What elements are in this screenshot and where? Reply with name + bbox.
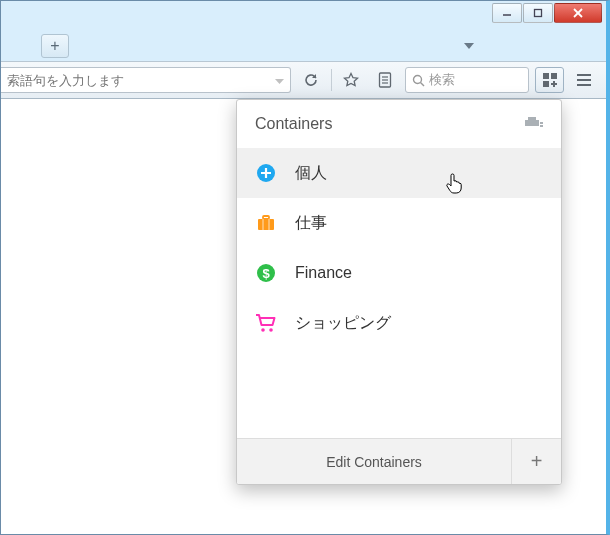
containers-panel-header: Containers	[237, 100, 561, 148]
reading-list-button[interactable]	[371, 67, 399, 93]
svg-rect-29	[263, 216, 269, 219]
svg-point-35	[269, 328, 273, 332]
svg-point-34	[261, 328, 265, 332]
container-item-personal[interactable]: 個人	[237, 148, 561, 198]
svg-point-11	[413, 75, 421, 83]
cart-icon	[255, 312, 277, 334]
containers-list: 個人 仕事 $ Finance ショッピング	[237, 148, 561, 348]
svg-text:$: $	[262, 266, 270, 281]
containers-panel: Containers 個人 仕事 $	[236, 99, 562, 485]
toolbar-separator	[331, 69, 332, 91]
reload-button[interactable]	[297, 67, 325, 93]
search-placeholder: 検索	[429, 71, 455, 89]
container-item-label: Finance	[295, 264, 352, 282]
svg-rect-28	[258, 219, 274, 230]
browser-window: + 検索	[0, 0, 610, 535]
edit-containers-button[interactable]: Edit Containers	[237, 439, 511, 484]
url-bar[interactable]	[1, 67, 291, 93]
tab-strip: +	[1, 27, 606, 61]
svg-marker-4	[464, 43, 474, 49]
containers-panel-title: Containers	[255, 115, 332, 133]
url-input[interactable]	[7, 73, 271, 88]
search-icon	[412, 74, 425, 87]
new-tab-button[interactable]: +	[41, 34, 69, 58]
svg-rect-1	[535, 10, 542, 17]
container-item-finance[interactable]: $ Finance	[237, 248, 561, 298]
tabs-dropdown-icon[interactable]	[460, 37, 478, 55]
svg-rect-22	[528, 117, 536, 120]
svg-rect-14	[551, 73, 557, 79]
plus-circle-icon	[255, 162, 277, 184]
svg-rect-13	[543, 73, 549, 79]
svg-marker-5	[275, 79, 284, 84]
container-item-label: 仕事	[295, 213, 327, 234]
bookmark-star-button[interactable]	[338, 67, 366, 93]
container-item-label: ショッピング	[295, 313, 391, 334]
container-item-shopping[interactable]: ショッピング	[237, 298, 561, 348]
dollar-circle-icon: $	[255, 262, 277, 284]
briefcase-icon	[255, 212, 277, 234]
window-titlebar	[1, 1, 606, 27]
containers-manage-icon[interactable]	[523, 115, 543, 133]
search-box[interactable]: 検索	[405, 67, 529, 93]
menu-button[interactable]	[570, 67, 598, 93]
window-close-button[interactable]	[554, 3, 602, 23]
container-item-label: 個人	[295, 163, 327, 184]
add-container-button[interactable]: +	[511, 439, 561, 484]
svg-line-12	[420, 82, 424, 86]
window-maximize-button[interactable]	[523, 3, 553, 23]
navigation-toolbar: 検索	[1, 61, 606, 99]
containers-panel-footer: Edit Containers +	[237, 438, 561, 484]
svg-rect-21	[525, 120, 539, 126]
container-item-work[interactable]: 仕事	[237, 198, 561, 248]
svg-rect-15	[543, 81, 549, 87]
urlbar-dropdown-icon[interactable]	[275, 75, 284, 86]
window-minimize-button[interactable]	[492, 3, 522, 23]
containers-toolbar-button[interactable]	[535, 67, 565, 93]
